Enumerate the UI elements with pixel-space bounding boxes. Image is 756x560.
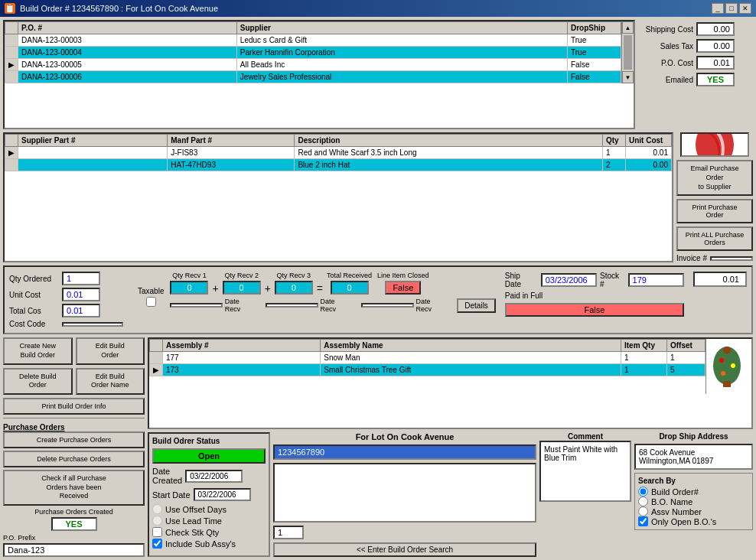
stock-num-value[interactable]: 179 xyxy=(628,273,684,287)
cost-code-input[interactable] xyxy=(62,322,123,327)
build-status-open-button[interactable]: Open xyxy=(152,448,266,464)
line-item-row[interactable]: HAT-47HD93 Blue 2 inch Hat 2 0.00 xyxy=(5,159,672,171)
svg-point-5 xyxy=(731,363,735,368)
dropship-cell: False xyxy=(568,59,621,71)
start-date-value[interactable]: 03/22/2006 xyxy=(194,488,251,501)
line-item-row[interactable]: ▶ J-FIS83 Red and White Scarf 3.5 inch L… xyxy=(5,147,672,159)
scroll-down-arrow[interactable]: ▼ xyxy=(622,71,634,83)
check-purchase-orders-button[interactable]: Check if all PurchaseOrders have beenRec… xyxy=(3,470,145,506)
bo-name-option[interactable]: B.O. Name xyxy=(638,497,749,506)
maximize-button[interactable]: □ xyxy=(725,3,738,14)
date-recv2-input[interactable] xyxy=(266,303,318,308)
table-row[interactable]: DANA-123-00004 Parker Hannifin Corporati… xyxy=(5,47,621,59)
dropship-cell: True xyxy=(568,47,621,59)
row-arrow xyxy=(5,47,18,59)
po-num-cell: DANA-123-00006 xyxy=(18,71,237,83)
print-build-order-info-button[interactable]: Print Build Order Info xyxy=(3,398,145,415)
date-created-value[interactable]: 03/22/2006 xyxy=(185,470,243,483)
comment-textarea[interactable] xyxy=(539,441,631,502)
po-cost-value: 0.01 xyxy=(696,56,735,70)
details-button[interactable]: Details xyxy=(457,298,496,313)
use-offset-days-radio[interactable] xyxy=(152,504,162,514)
email-purchase-order-button[interactable]: Email Purchase Orderto Supplier xyxy=(676,160,753,196)
ship-date-value[interactable]: 03/23/2006 xyxy=(541,273,597,287)
po-table-scrollbar[interactable]: ▲ ▼ xyxy=(621,21,634,83)
row-arrow xyxy=(5,71,18,83)
po-created-label: Purchase Orders Created xyxy=(3,508,145,516)
close-button[interactable]: ✕ xyxy=(739,3,751,14)
dropship-cell: False xyxy=(568,71,621,83)
bottom-section: Create NewBuild Order Edit BuildOrder De… xyxy=(3,337,753,557)
assembly-name-cell: Small Christmas Tree Gift xyxy=(321,364,621,376)
supplier-cell: Parker Hannifin Corporation xyxy=(236,47,567,59)
total-recv-label: Total Received xyxy=(327,272,372,279)
only-open-bo-label: Only Open B.O.'s xyxy=(651,517,716,526)
build-order-num-option[interactable]: Build Order# xyxy=(638,487,749,497)
only-open-bo-option[interactable]: Only Open B.O.'s xyxy=(638,516,749,526)
qty-ordered-input[interactable]: 1 xyxy=(62,272,100,285)
edit-build-order-name-button[interactable]: Edit BuildOrder Name xyxy=(76,368,145,395)
svg-point-6 xyxy=(721,371,725,376)
qty-header: Qty xyxy=(603,135,626,147)
build-order-num-radio[interactable] xyxy=(638,487,648,497)
assy-number-option[interactable]: Assv Number xyxy=(638,506,749,516)
minimize-button[interactable]: _ xyxy=(712,3,724,14)
taxable-checkbox[interactable] xyxy=(146,297,156,307)
use-lead-time-radio[interactable] xyxy=(152,516,162,526)
date-recv3-input[interactable] xyxy=(361,303,413,308)
plus-sign-1: + xyxy=(210,282,220,295)
assembly-row[interactable]: ▶ 173 Small Christmas Tree Gift 1 5 xyxy=(150,364,705,376)
lot-section: For Lot On Cook Avenue 1234567890 1 << E… xyxy=(273,432,536,557)
scroll-up-arrow[interactable]: ▲ xyxy=(622,21,634,34)
check-stk-qty-option[interactable]: Check Stk Qty xyxy=(152,527,266,537)
create-new-build-order-button[interactable]: Create NewBuild Order xyxy=(3,337,73,364)
edit-build-order-button[interactable]: Edit BuildOrder xyxy=(76,337,145,364)
bo-name-radio[interactable] xyxy=(638,497,648,506)
delete-build-order-button[interactable]: Delete BuildOrder xyxy=(3,368,73,395)
sales-tax-row: Sales Tax 0.00 xyxy=(640,38,751,54)
description-header: Description xyxy=(295,135,603,147)
assy-number-radio[interactable] xyxy=(638,506,648,516)
bottom-search-value[interactable]: 1 xyxy=(273,526,304,539)
top-section: P.O. # Supplier DropShip DANA-123-00003 … xyxy=(3,20,753,129)
shipping-cost-row: Shipping Cost 0.00 xyxy=(640,21,751,37)
po-num-cell: DANA-123-00003 xyxy=(18,34,237,47)
enter-build-order-search-button[interactable]: << Enter Build Order Search xyxy=(273,542,536,557)
table-row[interactable]: DANA-123-00006 Jewelry Sales Professiona… xyxy=(5,71,621,83)
print-all-purchase-orders-button[interactable]: Print ALL Purchase Orders xyxy=(676,226,753,251)
manf-part-header: Manf Part # xyxy=(168,135,295,147)
table-row[interactable]: DANA-123-00003 Leduc s Card & Gift True xyxy=(5,34,621,47)
start-date-row: Start Date 03/22/2006 xyxy=(152,488,266,501)
date-recv1-input[interactable] xyxy=(170,303,222,308)
include-sub-assys-checkbox[interactable] xyxy=(152,539,162,549)
shipping-cost-value: 0.00 xyxy=(696,22,735,36)
qty-cell: 1 xyxy=(603,147,626,159)
table-row[interactable]: ▶ DANA-123-00005 All Beads Inc False xyxy=(5,59,621,71)
po-cost-row: P.O. Cost 0.01 xyxy=(640,55,751,70)
paid-in-full-label: Paid in Full xyxy=(505,291,543,300)
scroll-thumb[interactable] xyxy=(624,35,632,70)
check-stk-qty-checkbox[interactable] xyxy=(152,527,162,537)
use-offset-days-option[interactable]: Use Offset Days xyxy=(152,504,266,514)
ship-date-label: Ship Date xyxy=(505,272,538,288)
total-cost-input[interactable]: 0.01 xyxy=(62,304,100,317)
print-purchase-order-button[interactable]: Print Purchase Order xyxy=(676,199,753,223)
supplier-part-header: Supplier Part # xyxy=(18,135,168,147)
unit-cost-display-section: 0.01 xyxy=(693,272,747,287)
only-open-bo-checkbox[interactable] xyxy=(638,516,648,526)
lot-order-number[interactable]: 1234567890 xyxy=(273,444,536,460)
delete-purchase-orders-button[interactable]: Delete Purchase Orders xyxy=(3,451,145,467)
date-created-row: DateCreated 03/22/2006 xyxy=(152,467,266,485)
unit-cost-input[interactable]: 0.01 xyxy=(62,288,100,301)
create-purchase-orders-button[interactable]: Create Purchase Orders xyxy=(3,431,145,448)
window-controls: _ □ ✕ xyxy=(712,3,751,14)
include-sub-assys-option[interactable]: Include Sub Assy's xyxy=(152,539,266,549)
assembly-row[interactable]: 177 Snow Man 1 1 xyxy=(150,352,705,364)
use-lead-time-option[interactable]: Use Lead Time xyxy=(152,516,266,526)
search-by-panel: Search By Build Order# B.O. Name Assv Nu… xyxy=(634,473,753,530)
paid-in-full-value: False xyxy=(505,303,684,317)
supplier-cell: All Beads Inc xyxy=(236,59,567,71)
line-items-table: Supplier Part # Manf Part # Description … xyxy=(5,134,672,171)
build-order-num-label: Build Order# xyxy=(651,487,699,497)
sales-tax-value: 0.00 xyxy=(696,39,735,53)
